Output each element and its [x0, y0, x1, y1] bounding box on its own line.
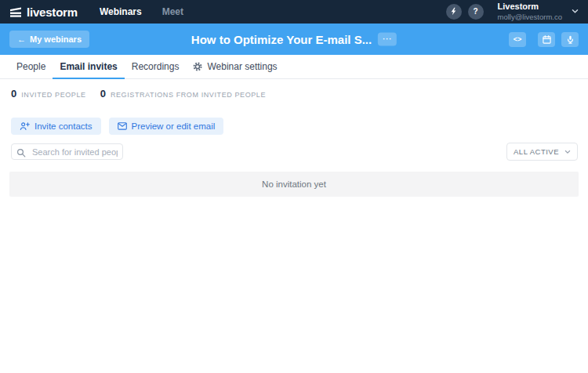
stat-label: INVITED PEOPLE: [21, 91, 85, 99]
webinar-tabbar: People Email invites Recordings Webinar …: [0, 55, 588, 79]
lightning-bolt-icon: [449, 7, 458, 16]
stat-value: 0: [11, 88, 16, 100]
person-plus-icon: [20, 121, 30, 131]
livestorm-logo-icon: [9, 5, 22, 18]
empty-state-message: No invitation yet: [262, 179, 326, 189]
status-filter-label: ALL ACTIVE: [514, 147, 559, 156]
stat-value: 0: [100, 88, 106, 100]
chevron-down-icon: [572, 9, 579, 14]
title-wrap: How to Optimize Your E-mail S... ···: [191, 33, 397, 46]
ellipsis-icon: ···: [383, 35, 392, 43]
envelope-icon: [118, 122, 127, 130]
invite-contacts-button[interactable]: Invite contacts: [11, 118, 101, 135]
back-to-webinars-button[interactable]: ← My webinars: [9, 31, 89, 48]
search-filter-row: ALL ACTIVE: [0, 135, 588, 161]
topbar-right: ? Livestorm molly@livestorm.co: [446, 2, 579, 21]
title-more-button[interactable]: ···: [378, 33, 397, 46]
embed-code-button[interactable]: <>: [509, 32, 526, 47]
stat-label: REGISTRATIONS FROM INVITED PEOPLE: [111, 91, 266, 99]
back-button-label: My webinars: [30, 34, 82, 44]
updates-button[interactable]: [446, 4, 462, 20]
tab-people-label: People: [16, 61, 45, 72]
account-menu[interactable]: Livestorm molly@livestorm.co: [498, 2, 579, 21]
chevron-down-icon: [564, 150, 571, 154]
tab-email-invites-label: Email invites: [60, 61, 117, 72]
calendar-icon: [543, 35, 551, 44]
status-filter-dropdown[interactable]: ALL ACTIVE: [506, 143, 578, 161]
tab-recordings[interactable]: Recordings: [125, 55, 187, 79]
tab-email-invites[interactable]: Email invites: [53, 55, 124, 79]
page-title: How to Optimize Your E-mail S...: [191, 33, 372, 46]
invite-contacts-label: Invite contacts: [34, 121, 93, 131]
tab-people[interactable]: People: [9, 55, 53, 79]
livestorm-logo-text: livestorm: [27, 5, 78, 19]
preview-edit-email-label: Preview or edit email: [132, 121, 216, 131]
header-actions: <>: [509, 32, 579, 47]
search-box: [11, 143, 123, 160]
invite-actions: Invite contacts Preview or edit email: [0, 100, 588, 135]
code-icon: <>: [514, 35, 522, 43]
top-navbar: livestorm Webinars Meet ? Livestorm moll…: [0, 0, 588, 24]
primary-nav: Webinars Meet: [100, 6, 183, 17]
account-info: Livestorm molly@livestorm.co: [498, 2, 563, 21]
account-name: Livestorm: [498, 2, 563, 13]
webinar-header: ← My webinars How to Optimize Your E-mai…: [0, 24, 588, 55]
help-button[interactable]: ?: [468, 4, 484, 20]
stat-registrations: 0 REGISTRATIONS FROM INVITED PEOPLE: [100, 88, 266, 100]
calendar-button[interactable]: [538, 32, 555, 47]
account-email: molly@livestorm.co: [498, 13, 563, 21]
app: livestorm Webinars Meet ? Livestorm moll…: [0, 0, 588, 373]
stat-invited-people: 0 INVITED PEOPLE: [11, 88, 86, 100]
nav-meet[interactable]: Meet: [162, 6, 183, 17]
tab-webinar-settings-label: Webinar settings: [207, 61, 277, 72]
search-input[interactable]: [11, 143, 123, 160]
microphone-icon: [566, 35, 575, 44]
question-mark-icon: ?: [473, 7, 477, 16]
preview-edit-email-button[interactable]: Preview or edit email: [109, 118, 224, 135]
nav-webinars[interactable]: Webinars: [100, 6, 142, 17]
tab-webinar-settings[interactable]: Webinar settings: [186, 55, 284, 79]
empty-state-bar: No invitation yet: [9, 172, 579, 197]
left-arrow-icon: ←: [17, 34, 26, 44]
microphone-button[interactable]: [561, 32, 579, 47]
tab-recordings-label: Recordings: [132, 61, 180, 72]
invite-stats: 0 INVITED PEOPLE 0 REGISTRATIONS FROM IN…: [0, 79, 588, 100]
gear-icon: [193, 62, 202, 71]
livestorm-logo[interactable]: livestorm: [9, 5, 78, 19]
